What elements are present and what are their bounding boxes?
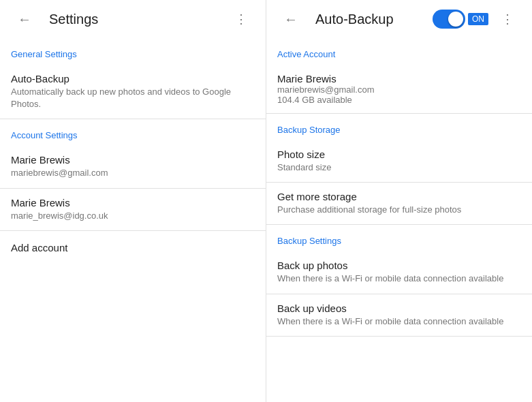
divider-r5 — [266, 336, 532, 337]
toggle-container[interactable]: ON — [433, 10, 488, 29]
backup-photos-item[interactable]: Back up photos When there is a Wi-Fi or … — [266, 251, 532, 293]
account-1-email: marie_brewis@idg.co.uk — [11, 210, 255, 222]
photo-size-item[interactable]: Photo size Standard size — [266, 140, 532, 182]
toggle-label: ON — [468, 13, 488, 25]
auto-backup-back-arrow-icon: ← — [284, 12, 298, 27]
more-options-button[interactable]: ⋮ — [228, 5, 255, 33]
active-account-storage: 104.4 GB available — [277, 95, 521, 105]
get-more-storage-subtitle: Purchase additional storage for full-siz… — [277, 204, 521, 216]
account-1-name: Marie Brewis — [11, 197, 255, 208]
settings-panel: ← Settings ⋮ General Settings Auto-Backu… — [0, 0, 266, 402]
backup-storage-header: Backup Storage — [266, 114, 532, 140]
back-arrow-icon: ← — [18, 12, 31, 27]
settings-header: ← Settings ⋮ — [0, 0, 266, 38]
auto-backup-header: ← Auto-Backup ON ⋮ — [266, 0, 532, 38]
backup-settings-header: Backup Settings — [266, 225, 532, 251]
get-more-storage-title: Get more storage — [277, 191, 521, 202]
backup-videos-item[interactable]: Back up videos When there is a Wi-Fi or … — [266, 294, 532, 336]
backup-photos-subtitle: When there is a Wi-Fi or mobile data con… — [277, 273, 521, 285]
header-actions: ⋮ — [228, 5, 255, 33]
photo-size-title: Photo size — [277, 149, 521, 160]
backup-videos-title: Back up videos — [277, 303, 521, 314]
add-account-item[interactable]: Add account — [0, 231, 266, 264]
account-settings-header: Account Settings — [0, 119, 266, 146]
auto-backup-subtitle: Automatically back up new photos and vid… — [11, 86, 255, 110]
auto-backup-title: Auto-Backup — [315, 12, 433, 27]
auto-backup-panel: ← Auto-Backup ON ⋮ Active Account Marie … — [266, 0, 532, 402]
auto-backup-header-actions: ON ⋮ — [433, 5, 521, 33]
account-0-email: mariebrewis@gmail.com — [11, 167, 255, 179]
account-0-name: Marie Brewis — [11, 154, 255, 166]
toggle-thumb — [448, 12, 463, 27]
auto-backup-more-button[interactable]: ⋮ — [494, 5, 521, 33]
active-account-name: Marie Brewis — [277, 73, 521, 84]
auto-backup-back-button[interactable]: ← — [277, 5, 304, 33]
active-account-info: Marie Brewis mariebrewis@gmail.com 104.4… — [266, 65, 532, 113]
settings-title: Settings — [49, 12, 228, 27]
general-settings-header: General Settings — [0, 38, 266, 65]
account-item-1[interactable]: Marie Brewis marie_brewis@idg.co.uk — [0, 189, 266, 230]
auto-backup-title: Auto-Backup — [11, 73, 255, 84]
toggle-track[interactable] — [433, 10, 465, 29]
three-dots-icon: ⋮ — [235, 12, 248, 27]
active-account-email: mariebrewis@gmail.com — [277, 84, 521, 95]
account-item-0[interactable]: Marie Brewis mariebrewis@gmail.com — [0, 146, 266, 187]
photo-size-subtitle: Standard size — [277, 161, 521, 174]
get-more-storage-item[interactable]: Get more storage Purchase additional sto… — [266, 183, 532, 224]
auto-backup-item[interactable]: Auto-Backup Automatically back up new ph… — [0, 65, 266, 119]
active-account-header: Active Account — [266, 38, 532, 65]
auto-backup-three-dots-icon: ⋮ — [501, 12, 514, 27]
backup-videos-subtitle: When there is a Wi-Fi or mobile data con… — [277, 315, 521, 328]
back-button[interactable]: ← — [11, 5, 38, 33]
backup-photos-title: Back up photos — [277, 260, 521, 271]
